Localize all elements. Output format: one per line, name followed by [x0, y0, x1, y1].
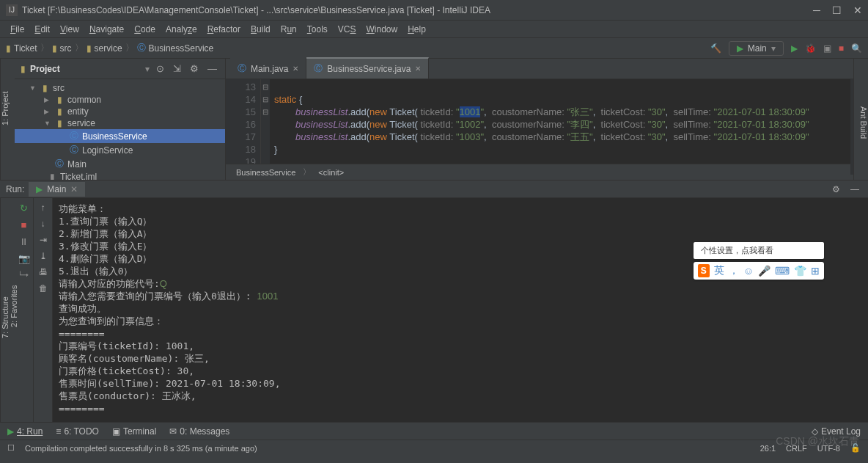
- crumb-file[interactable]: ⒸBusinessService: [137, 42, 214, 54]
- tree-main[interactable]: ⒸMain: [15, 157, 225, 171]
- menu-refactor[interactable]: Refactor: [203, 23, 245, 36]
- tree-iml[interactable]: ▮Ticket.iml: [15, 171, 225, 180]
- window-title: Ticket [F:\BusinessCodes\IDEA\Management…: [22, 5, 813, 15]
- project-tree: ▼▮src ▶▮common ▶▮entity ▼▮service ⒸBusin…: [15, 79, 225, 180]
- crumb-service[interactable]: ▮service: [87, 43, 122, 54]
- wrap-icon[interactable]: ⇥: [40, 235, 47, 245]
- tree-src[interactable]: ▼▮src: [15, 82, 225, 94]
- tool-run[interactable]: ▶4: Run: [7, 426, 43, 437]
- print-icon[interactable]: 🖶: [39, 267, 48, 277]
- stop-button[interactable]: ■: [839, 43, 844, 54]
- tool-terminal[interactable]: ▣ Terminal: [112, 426, 156, 437]
- chevron-icon: 〉: [40, 42, 49, 54]
- ime-keyboard-icon[interactable]: ⌨: [775, 265, 790, 277]
- crumb-src[interactable]: ▮src: [52, 43, 72, 54]
- dump-icon[interactable]: 📷: [18, 253, 30, 264]
- scroll-icon[interactable]: ⤓: [40, 251, 47, 261]
- status-crlf[interactable]: CRLF: [786, 444, 807, 453]
- pause-icon[interactable]: ⏸: [19, 236, 29, 247]
- gear-icon[interactable]: ⚙: [829, 184, 843, 194]
- gear-icon[interactable]: ⚙: [188, 63, 201, 74]
- ime-lang[interactable]: 英: [714, 264, 724, 277]
- status-pos[interactable]: 26:1: [760, 444, 776, 453]
- ime-toolbar[interactable]: 个性设置，点我看看 S 英 ， ☺ 🎤 ⌨ 👕 ⊞: [694, 242, 824, 280]
- coverage-icon[interactable]: ▣: [823, 43, 831, 54]
- project-title[interactable]: Project: [30, 64, 141, 74]
- menu-tools[interactable]: Tools: [303, 23, 332, 36]
- tree-common[interactable]: ▶▮common: [15, 94, 225, 106]
- hide-icon[interactable]: —: [847, 184, 862, 194]
- project-view-icon: ▮: [21, 64, 26, 74]
- crumb-root[interactable]: ▮Ticket: [6, 43, 37, 54]
- menu-view[interactable]: View: [56, 23, 84, 36]
- menu-build[interactable]: Build: [246, 23, 275, 36]
- maximize-icon[interactable]: ☐: [832, 4, 842, 16]
- ime-emoji-icon[interactable]: ☺: [743, 265, 754, 277]
- menu-navigate[interactable]: Navigate: [85, 23, 128, 36]
- run-config-select[interactable]: ▶ Main ▾: [729, 41, 784, 56]
- tool-todo[interactable]: ≡ 6: TODO: [56, 426, 99, 437]
- breadcrumb-method[interactable]: <clinit>: [318, 168, 344, 177]
- menu-file[interactable]: File: [6, 23, 29, 36]
- run-config-icon: ▶: [737, 43, 743, 54]
- chevron-icon: 〉: [125, 42, 134, 54]
- chevron-icon: 〉: [303, 167, 311, 178]
- side-tab-project[interactable]: 1: Project: [0, 59, 15, 180]
- menu-run[interactable]: Run: [276, 23, 301, 36]
- tree-loginservice[interactable]: ⒸLoginService: [15, 143, 225, 157]
- tree-service[interactable]: ▼▮service: [15, 117, 225, 129]
- console-output[interactable]: 功能菜单： 1.查询门票（输入Q） 2.新增门票（输入A） 3.修改门票（输入E…: [53, 198, 868, 422]
- ime-tooltip[interactable]: 个性设置，点我看看: [694, 242, 824, 259]
- chevron-down-icon[interactable]: ▾: [145, 64, 150, 74]
- exit-icon[interactable]: ⮡: [19, 270, 29, 281]
- menu-code[interactable]: Code: [130, 23, 160, 36]
- scroll-from-source-icon[interactable]: ⊙: [154, 63, 166, 74]
- status-enc[interactable]: UTF-8: [817, 444, 840, 453]
- tool-messages[interactable]: ✉ 0: Messages: [169, 426, 229, 437]
- close-icon[interactable]: ✕: [853, 4, 862, 16]
- gutter: 1314151617181920: [226, 79, 261, 164]
- menu-bar: File Edit View Navigate Code Analyze Ref…: [0, 21, 868, 38]
- menu-analyze[interactable]: Analyze: [161, 23, 202, 36]
- close-icon[interactable]: ✕: [293, 65, 298, 73]
- run-tab-main[interactable]: ▶Main✕: [29, 182, 85, 197]
- fold-gutter[interactable]: ⊟⊟⊟: [261, 79, 270, 164]
- side-tab-ant[interactable]: Ant Build: [859, 66, 868, 180]
- menu-vcs[interactable]: VCS: [334, 23, 361, 36]
- down-icon[interactable]: ↓: [41, 219, 45, 229]
- search-icon[interactable]: 🔍: [851, 43, 862, 54]
- side-tab-favorites[interactable]: 2: Favorites: [10, 285, 18, 327]
- ime-logo[interactable]: S: [698, 264, 710, 277]
- close-icon[interactable]: ✕: [415, 65, 421, 73]
- minimize-icon[interactable]: ─: [813, 4, 820, 16]
- chevron-down-icon: ▾: [771, 43, 776, 54]
- stop-icon[interactable]: ■: [21, 219, 27, 230]
- tab-main[interactable]: ⒸMain.java✕: [230, 57, 306, 79]
- code-editor[interactable]: 1314151617181920 ⊟⊟⊟ static { businessLi…: [226, 79, 853, 164]
- hide-icon[interactable]: —: [205, 63, 219, 74]
- ime-voice-icon[interactable]: 🎤: [758, 265, 770, 277]
- tree-businessservice[interactable]: ⒸBusinessService: [15, 129, 225, 143]
- rerun-icon[interactable]: ↻: [20, 203, 28, 214]
- run-button[interactable]: ▶: [791, 43, 798, 54]
- tool-eventlog[interactable]: ◇ Event Log: [812, 426, 861, 437]
- side-tab-structure[interactable]: 7: Structure: [1, 220, 10, 415]
- menu-help[interactable]: Help: [403, 23, 430, 36]
- ime-skin-icon[interactable]: 👕: [794, 265, 806, 277]
- menu-window[interactable]: Window: [361, 23, 402, 36]
- tree-entity[interactable]: ▶▮entity: [15, 106, 225, 117]
- clear-icon[interactable]: 🗑: [39, 283, 48, 294]
- breadcrumb-class[interactable]: BusinessService: [236, 168, 295, 177]
- ime-tool-icon[interactable]: ⊞: [811, 265, 820, 277]
- build-icon[interactable]: 🔨: [710, 43, 721, 54]
- collapse-icon[interactable]: ⇲: [171, 63, 183, 74]
- status-lock-icon[interactable]: 🔓: [850, 443, 861, 453]
- tab-businessservice[interactable]: ⒸBusinessService.java✕: [306, 57, 429, 79]
- status-icon[interactable]: ☐: [7, 443, 15, 453]
- ime-punct-icon[interactable]: ，: [729, 264, 739, 277]
- close-icon[interactable]: ✕: [70, 184, 78, 194]
- menu-edit[interactable]: Edit: [30, 23, 54, 36]
- side-strip-left: 7: Structure 2: Favorites: [0, 198, 15, 422]
- up-icon[interactable]: ↑: [41, 203, 45, 213]
- debug-icon[interactable]: 🐞: [805, 43, 816, 54]
